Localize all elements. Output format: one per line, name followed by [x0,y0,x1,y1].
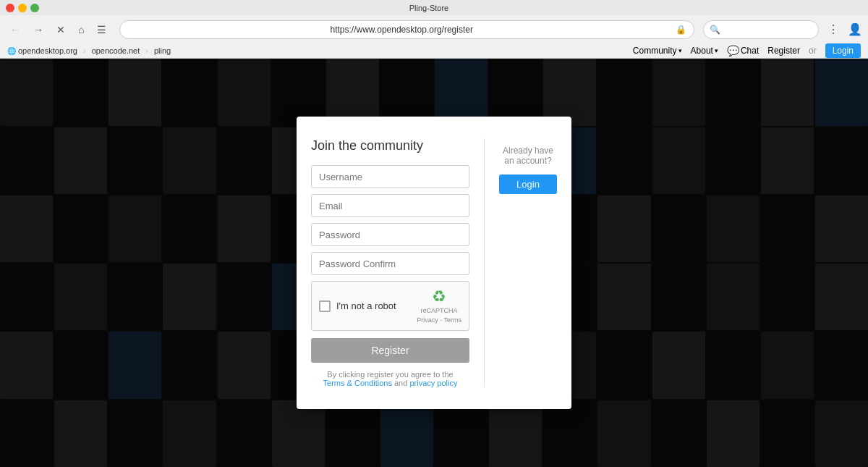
modal-overlay: Join the community I'm not a robot ♻ [0,59,868,467]
modal-title: Join the community [311,138,469,153]
password-confirm-input[interactable] [311,252,469,275]
forward-btn[interactable]: → [29,21,48,38]
address-bar[interactable]: https://www.opendesktop.org/register 🔒 [119,20,694,39]
search-input[interactable] [723,25,812,35]
register-modal: Join the community I'm not a robot ♻ [297,117,571,409]
recaptcha-brand-text: reCAPTCHA Privacy - Terms [417,306,461,324]
already-have-account-text: Already have an account? [499,146,557,166]
menu-btn[interactable]: ⋮ [823,20,843,39]
captcha-box[interactable]: I'm not a robot ♻ reCAPTCHA Privacy - Te… [311,281,469,331]
about-nav[interactable]: About ▾ [691,46,718,56]
chat-bubble-icon: 💬 [727,45,739,56]
bookmark-opencode[interactable]: opencode.net [92,46,140,55]
bookmark-opendesktop[interactable]: 🌐 opendesktop.org [7,46,77,55]
nav-bar: ← → ✕ ⌂ ☰ https://www.opendesktop.org/re… [0,15,868,43]
login-section: Already have an account? Login [485,138,557,387]
bookmark-sep-2: › [145,46,148,55]
or-text: or [809,46,817,56]
terms-link[interactable]: Terms & Conditions [323,379,392,387]
recaptcha-logo: ♻ [417,287,461,306]
back-btn[interactable]: ← [6,21,25,38]
username-input[interactable] [311,165,469,188]
captcha-left: I'm not a robot [319,300,396,312]
community-nav[interactable]: Community ▾ [633,46,682,56]
chevron-down-icon-2: ▾ [715,47,718,54]
login-nav-button[interactable]: Login [825,43,861,58]
bookmark-sep-1: › [83,46,86,55]
search-icon: 🔍 [710,25,720,35]
login-modal-button[interactable]: Login [499,174,557,194]
privacy-link[interactable]: privacy policy [409,379,457,387]
url-display: https://www.opendesktop.org/register [127,25,676,35]
minimize-btn[interactable] [18,4,27,12]
terms-text: By clicking register you agree to the Te… [311,370,469,387]
bookmarks-btn[interactable]: ☰ [93,21,111,38]
main-content: Join the community I'm not a robot ♻ [0,59,868,467]
chevron-down-icon: ▾ [678,47,682,54]
security-icon: 🔒 [676,25,686,35]
chat-nav[interactable]: 💬 Chat [727,45,759,56]
home-btn[interactable]: ⌂ [74,21,88,38]
captcha-branding: ♻ reCAPTCHA Privacy - Terms [417,287,461,324]
register-nav[interactable]: Register [767,46,800,56]
captcha-checkbox[interactable] [319,300,331,312]
register-form-section: Join the community I'm not a robot ♻ [311,138,484,387]
bookmark-pling[interactable]: pling [154,46,171,55]
close-btn[interactable] [6,4,14,12]
maximize-btn[interactable] [30,4,39,12]
email-input[interactable] [311,194,469,217]
password-input[interactable] [311,223,469,246]
register-button[interactable]: Register [311,338,469,363]
bookmark-icon: 🌐 [7,47,16,55]
close-tab-btn[interactable]: ✕ [52,21,69,38]
user-icon: 👤 [848,22,862,36]
captcha-label: I'm not a robot [336,300,396,311]
window-title: Pling-Store [39,4,819,12]
title-bar: Pling-Store [0,0,868,15]
search-bar[interactable]: 🔍 [703,20,819,39]
